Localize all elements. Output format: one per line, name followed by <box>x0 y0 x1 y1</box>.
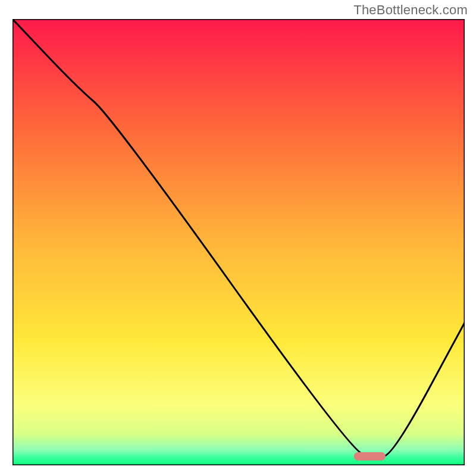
bottleneck-chart <box>12 19 465 465</box>
optimal-range-marker <box>354 452 386 461</box>
plot-area <box>12 19 465 465</box>
watermark-text: TheBottleneck.com <box>353 2 468 18</box>
gradient-background <box>12 19 465 465</box>
chart-container: TheBottleneck.com <box>0 0 476 476</box>
marker-layer <box>354 452 386 461</box>
